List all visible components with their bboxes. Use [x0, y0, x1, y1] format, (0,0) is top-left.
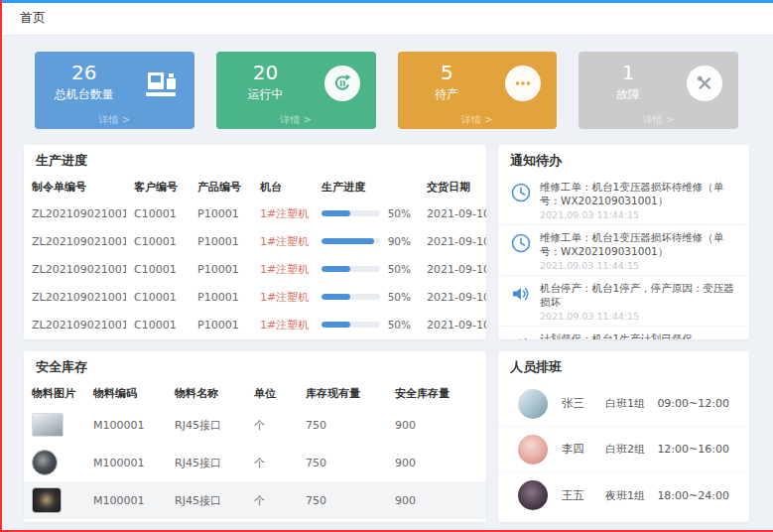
schedule-row: 王五 夜班1组 18:00~24:00 — [498, 472, 749, 518]
delivery-date: 2021-09-10 — [419, 283, 486, 311]
person-name: 王五 — [562, 488, 605, 503]
col-material-photo: 物料图片 — [24, 381, 85, 406]
avatar — [518, 480, 548, 510]
production-header-row: 制令单编号 客户编号 产品编号 机台 生产进度 交货日期 — [24, 175, 486, 200]
col-safety-stock: 安全库存量 — [387, 381, 486, 406]
order-no: ZL202109021001 — [24, 311, 126, 338]
fault-detail-link[interactable]: 详情 > — [579, 113, 738, 127]
stock-on-hand: 750 — [298, 444, 387, 481]
stat-card-fault: 1 故障 详情 > — [579, 52, 738, 129]
material-name: RJ45接口 — [167, 406, 246, 444]
production-table: 制令单编号 客户编号 产品编号 机台 生产进度 交货日期 ZL202109021… — [24, 175, 486, 338]
safety-stock: 900 — [387, 444, 486, 481]
order-no: ZL202109021001 — [24, 227, 126, 255]
progress-value: 50% — [388, 207, 411, 219]
running-detail-link[interactable]: 详情 > — [216, 113, 376, 127]
delivery-date: 2021-09-10 — [419, 200, 486, 227]
round-connector-photo — [32, 450, 58, 475]
avatar — [518, 435, 548, 465]
shift-time: 09:00~12:00 — [657, 397, 729, 410]
notification-item[interactable]: 维修工单：机台1变压器损坏待维修（单号：WX202109031001） 2021… — [498, 225, 749, 276]
machine-name: 1#注塑机 — [252, 255, 314, 283]
total-machines-detail-link[interactable]: 详情 > — [35, 113, 194, 127]
ellipsis-icon — [505, 66, 541, 101]
machine-name: 1#注塑机 — [252, 227, 314, 255]
shift-label: 白班1组 — [605, 396, 657, 411]
inventory-row: M100001 RJ45接口 个 750 900 — [24, 406, 486, 444]
col-order-no: 制令单编号 — [24, 175, 126, 200]
customer-no: C10001 — [126, 200, 190, 227]
machine-icon — [143, 66, 179, 101]
production-panel-title: 生产进度 — [24, 145, 486, 175]
col-machine: 机台 — [252, 175, 314, 200]
notification-time: 2021.09.03 11:44:15 — [540, 311, 737, 322]
window-edge-left — [0, 0, 2, 532]
safety-inventory-panel: 安全库存 物料图片 物料编码 物料名称 单位 库存现有量 安全库存量 — [24, 351, 486, 522]
col-customer-no: 客户编号 — [126, 175, 190, 200]
shift-label: 夜班1组 — [605, 488, 657, 503]
progress-value: 50% — [388, 263, 411, 275]
waiting-value: 5 — [398, 61, 497, 84]
col-delivery-date: 交货日期 — [419, 175, 486, 200]
speaker-icon — [510, 283, 532, 305]
progress-value: 90% — [388, 235, 411, 247]
stat-cards-row: 26 总机台数量 详情 > 20 运行中 — [24, 52, 749, 129]
running-value: 20 — [216, 61, 316, 84]
production-row: ZL202109021001 C10001 P10001 1#注塑机 50% 2… — [24, 255, 486, 283]
shift-label: 白班2组 — [605, 442, 657, 457]
shift-time: 18:00~24:00 — [657, 489, 729, 502]
inventory-row: M100001 RJ45接口 个 750 900 — [24, 444, 486, 481]
notification-item[interactable]: 计划督促：机台1生产计划已督促 2021.09.03 11:44:15 — [498, 327, 749, 339]
product-no: P10001 — [190, 255, 252, 283]
unit: 个 — [246, 481, 298, 519]
notification-time: 2021.09.03 11:44:15 — [540, 260, 737, 271]
progress-value: 50% — [388, 291, 411, 303]
inventory-panel-title: 安全库存 — [24, 351, 486, 381]
material-name: RJ45接口 — [167, 444, 246, 481]
col-material-code: 物料编码 — [85, 381, 167, 406]
order-no: ZL202109021001 — [24, 255, 126, 283]
notification-item[interactable]: 维修工单：机台1变压器损坏待维修（单号：WX202109031001） 2021… — [498, 175, 749, 225]
progress-bar — [322, 238, 380, 244]
total-machines-label: 总机台数量 — [35, 86, 134, 103]
material-code: M100001 — [85, 406, 167, 444]
delivery-date: 2021-09-10 — [419, 255, 486, 283]
product-no: P10001 — [190, 283, 252, 311]
progress-bar — [322, 266, 380, 272]
notification-time: 2021.09.03 11:44:15 — [540, 209, 737, 220]
production-row: ZL202109021001 C10001 P10001 1#注塑机 50% 2… — [24, 283, 486, 311]
dashboard-content: 26 总机台数量 详情 > 20 运行中 — [0, 36, 773, 522]
stock-on-hand: 750 — [298, 406, 387, 444]
col-unit: 单位 — [246, 381, 298, 406]
panels-grid: 生产进度 制令单编号 客户编号 产品编号 机台 生产进度 交货日期 ZL2021 — [24, 145, 749, 522]
customer-no: C10001 — [126, 311, 190, 338]
tools-icon — [687, 66, 722, 101]
safety-stock: 900 — [387, 406, 486, 444]
customer-no: C10001 — [126, 283, 190, 311]
notification-text: 维修工单：机台1变压器损坏待维修（单号：WX202109031001） — [540, 180, 737, 207]
running-label: 运行中 — [216, 86, 316, 103]
inventory-header-row: 物料图片 物料编码 物料名称 单位 库存现有量 安全库存量 — [24, 381, 486, 406]
schedule-row: 张三 白班1组 09:00~12:00 — [498, 381, 749, 427]
delivery-date: 2021-09-10 — [419, 311, 486, 338]
notification-item[interactable]: 机台停产：机台1停产，停产原因：变压器损坏 2021.09.03 11:44:1… — [498, 276, 749, 327]
waiting-detail-link[interactable]: 详情 > — [398, 113, 558, 127]
personnel-schedule-panel: 人员排班 张三 白班1组 09:00~12:00 李四 白班2组 12:00~1… — [498, 351, 749, 522]
tab-home[interactable]: 首页 — [20, 9, 46, 27]
waiting-label: 待产 — [398, 86, 497, 103]
notifications-panel-title: 通知待办 — [498, 145, 749, 175]
col-stock-on-hand: 库存现有量 — [298, 381, 387, 406]
clock-icon — [510, 232, 532, 254]
fault-value: 1 — [579, 61, 678, 84]
cycle-icon — [324, 66, 360, 101]
inventory-row: M100001 RJ45接口 个 750 900 — [24, 481, 486, 519]
rj45-connector-photo — [32, 413, 64, 437]
schedule-panel-title: 人员排班 — [498, 351, 749, 381]
safety-stock: 900 — [387, 481, 486, 519]
notification-text: 机台停产：机台1停产，停产原因：变压器损坏 — [540, 281, 737, 309]
avatar — [518, 389, 548, 419]
customer-no: C10001 — [126, 255, 190, 283]
top-tab-bar: 首页 — [0, 0, 773, 36]
order-no: ZL202109021001 — [24, 283, 126, 311]
material-name: RJ45接口 — [167, 481, 246, 519]
